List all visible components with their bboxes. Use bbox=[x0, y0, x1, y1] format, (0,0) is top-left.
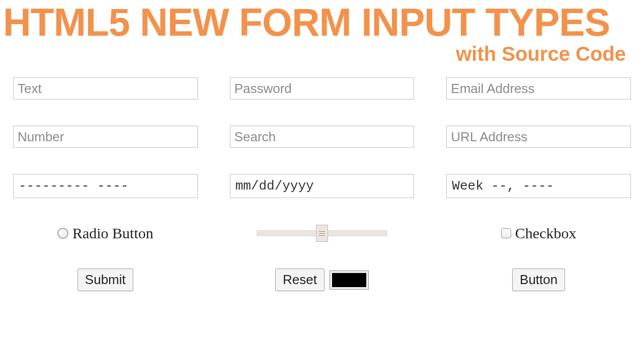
radio-label: Radio Button bbox=[72, 225, 153, 242]
url-input[interactable] bbox=[446, 126, 631, 148]
week-input[interactable] bbox=[446, 174, 631, 198]
radio-option[interactable]: Radio Button bbox=[57, 225, 153, 242]
page-subtitle: with Source Code bbox=[0, 43, 644, 65]
search-input[interactable] bbox=[230, 126, 415, 148]
number-input[interactable] bbox=[13, 126, 198, 148]
date-input[interactable] bbox=[230, 174, 415, 198]
form-grid: Radio Button Checkbox Submit Reset Butto… bbox=[0, 77, 644, 291]
color-swatch bbox=[332, 273, 366, 287]
checkbox-label: Checkbox bbox=[515, 225, 577, 242]
color-input[interactable] bbox=[330, 270, 369, 290]
password-input[interactable] bbox=[230, 77, 415, 100]
datetime-local-input[interactable] bbox=[13, 174, 198, 198]
email-input[interactable] bbox=[446, 77, 631, 100]
submit-button[interactable]: Submit bbox=[77, 268, 133, 291]
radio-icon bbox=[57, 228, 68, 239]
checkbox-option[interactable]: Checkbox bbox=[501, 225, 577, 242]
text-input[interactable] bbox=[13, 77, 198, 100]
range-thumb[interactable] bbox=[316, 225, 328, 242]
reset-button[interactable]: Reset bbox=[275, 268, 325, 291]
range-input[interactable] bbox=[257, 224, 387, 242]
generic-button[interactable]: Button bbox=[512, 268, 565, 291]
checkbox-icon bbox=[501, 228, 511, 238]
page-title: HTML5 NEW FORM INPUT TYPES bbox=[0, 3, 644, 42]
